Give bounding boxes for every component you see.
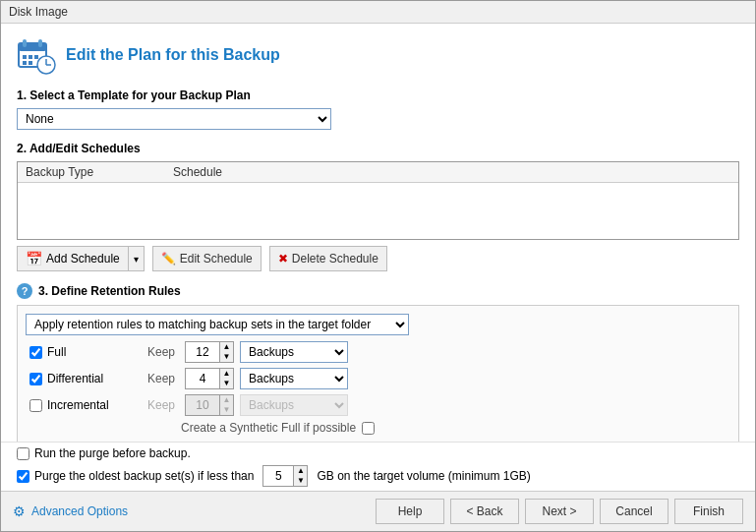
purge-value-input[interactable] (263, 466, 293, 486)
template-section: 1. Select a Template for your Backup Pla… (17, 89, 739, 130)
full-spinner: ▲ ▼ (185, 341, 234, 363)
full-decrement-btn[interactable]: ▼ (220, 352, 233, 362)
incremental-checkbox[interactable] (29, 399, 42, 412)
run-purge-label: Run the purge before backup. (34, 446, 191, 460)
retention-label: 3. Define Retention Rules (38, 284, 181, 298)
differential-type-select[interactable]: Backups (240, 368, 348, 389)
purge-spinner: ▲ ▼ (262, 465, 308, 487)
purge-decrement-btn[interactable]: ▼ (294, 476, 307, 486)
schedule-buttons: 📅 Add Schedule ▾ ✏️ Edit Schedule ✖ Dele… (17, 246, 739, 271)
svg-rect-6 (34, 55, 38, 59)
advanced-options-link[interactable]: ⚙ Advanced Options (13, 503, 128, 519)
delete-schedule-button[interactable]: ✖ Delete Schedule (269, 246, 387, 271)
run-purge-checkbox[interactable] (17, 447, 29, 460)
differential-increment-btn[interactable]: ▲ (220, 369, 233, 379)
purge-oldest-row: Purge the oldest backup set(s) if less t… (17, 465, 739, 487)
purge-before-label: Purge the oldest backup set(s) if less t… (34, 469, 254, 483)
footer-buttons: Help < Back Next > Cancel Finish (376, 499, 743, 524)
calendar-icon (17, 35, 56, 75)
incremental-keep-input[interactable] (186, 395, 219, 415)
synthetic-checkbox[interactable] (362, 422, 375, 435)
footer: ⚙ Advanced Options Help < Back Next > Ca… (1, 491, 755, 531)
differential-retention-row: Differential Keep ▲ ▼ Backups (26, 368, 730, 389)
col-backup-type: Backup Type (26, 165, 173, 179)
help-icon[interactable]: ? (17, 283, 32, 299)
svg-rect-3 (38, 39, 42, 47)
incremental-spinner-buttons: ▲ ▼ (219, 395, 233, 415)
delete-icon: ✖ (278, 252, 288, 266)
incremental-increment-btn: ▲ (220, 395, 233, 405)
window-title: Disk Image (9, 5, 68, 19)
differential-checkbox-label: Differential (29, 372, 147, 385)
finish-button[interactable]: Finish (674, 499, 743, 524)
back-button[interactable]: < Back (450, 499, 519, 524)
page-title: Edit the Plan for this Backup (66, 46, 280, 64)
differential-keep-input[interactable] (186, 369, 219, 388)
incremental-type-select: Backups (240, 394, 348, 416)
svg-rect-5 (29, 55, 32, 59)
svg-rect-8 (29, 61, 32, 65)
full-keep-input[interactable] (186, 342, 219, 362)
main-window: Disk Image (0, 0, 756, 532)
full-checkbox-label: Full (29, 345, 147, 359)
template-select[interactable]: None (17, 108, 331, 130)
retention-apply-row: Apply retention rules to matching backup… (26, 314, 730, 335)
full-checkbox[interactable] (29, 346, 42, 359)
advanced-options-icon: ⚙ (13, 503, 26, 519)
full-spinner-buttons: ▲ ▼ (219, 342, 233, 362)
bottom-options: Run the purge before backup. Purge the o… (1, 442, 755, 491)
cancel-button[interactable]: Cancel (600, 499, 669, 524)
content-area: Edit the Plan for this Backup 1. Select … (1, 24, 755, 442)
schedule-table-container: Backup Type Schedule (17, 161, 739, 240)
add-schedule-button[interactable]: 📅 Add Schedule (17, 246, 128, 271)
svg-rect-7 (23, 61, 27, 65)
template-label: 1. Select a Template for your Backup Pla… (17, 89, 739, 102)
header-section: Edit the Plan for this Backup (17, 35, 739, 75)
purge-increment-btn[interactable]: ▲ (294, 466, 307, 476)
differential-decrement-btn[interactable]: ▼ (220, 379, 233, 388)
next-button[interactable]: Next > (525, 499, 594, 524)
retention-apply-select[interactable]: Apply retention rules to matching backup… (26, 314, 409, 335)
schedules-label: 2. Add/Edit Schedules (17, 142, 739, 155)
svg-rect-4 (23, 55, 27, 59)
full-type-select[interactable]: Backups (240, 341, 348, 363)
help-button[interactable]: Help (376, 499, 444, 524)
synthetic-label: Create a Synthetic Full if possible (181, 421, 356, 435)
full-retention-row: Full Keep ▲ ▼ Backups (26, 341, 730, 363)
retention-box: Apply retention rules to matching backup… (17, 305, 739, 442)
incremental-checkbox-label: Incremental (29, 398, 147, 412)
advanced-options-label: Advanced Options (31, 504, 128, 518)
purge-spinner-buttons: ▲ ▼ (293, 466, 307, 486)
differential-spinner: ▲ ▼ (185, 368, 234, 389)
schedules-section: 2. Add/Edit Schedules Backup Type Schedu… (17, 142, 739, 271)
col-schedule: Schedule (173, 165, 730, 179)
schedule-table-body (18, 183, 738, 238)
svg-rect-2 (23, 39, 27, 47)
add-schedule-dropdown: 📅 Add Schedule ▾ (17, 246, 145, 271)
edit-schedule-button[interactable]: ✏️ Edit Schedule (152, 246, 262, 271)
edit-icon: ✏️ (161, 252, 176, 266)
differential-checkbox[interactable] (29, 373, 42, 385)
schedule-table-header: Backup Type Schedule (18, 162, 738, 183)
add-schedule-icon: 📅 (26, 251, 42, 266)
title-bar: Disk Image (1, 1, 755, 24)
incremental-retention-row: Incremental Keep ▲ ▼ Backups (26, 394, 730, 416)
retention-section: ? 3. Define Retention Rules Apply retent… (17, 283, 739, 442)
purge-oldest-checkbox[interactable] (17, 470, 29, 483)
differential-spinner-buttons: ▲ ▼ (219, 369, 233, 388)
add-schedule-dropdown-arrow[interactable]: ▾ (128, 246, 145, 271)
retention-header: ? 3. Define Retention Rules (17, 283, 739, 299)
run-purge-row: Run the purge before backup. (17, 446, 739, 460)
incremental-spinner: ▲ ▼ (185, 394, 234, 416)
purge-after-label: GB on the target volume (minimum 1GB) (317, 469, 530, 483)
synthetic-row: Create a Synthetic Full if possible (26, 421, 730, 435)
incremental-decrement-btn: ▼ (220, 405, 233, 415)
full-increment-btn[interactable]: ▲ (220, 342, 233, 352)
